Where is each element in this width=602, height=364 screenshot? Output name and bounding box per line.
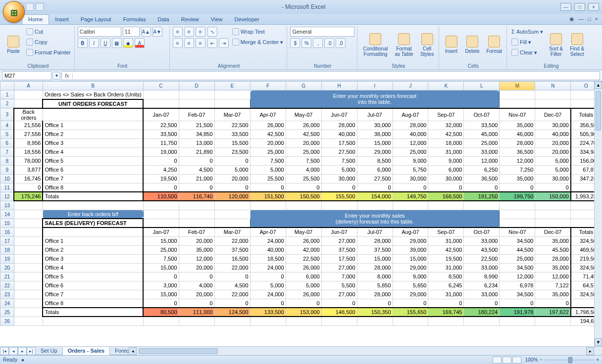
cell[interactable] bbox=[143, 210, 179, 219]
cell[interactable]: Jul-07 bbox=[357, 228, 393, 236]
cell[interactable]: 5,500 bbox=[321, 281, 357, 290]
cell[interactable]: 22,500 bbox=[214, 121, 250, 130]
cell[interactable]: 46,000 bbox=[500, 130, 535, 138]
row-header[interactable]: 24 bbox=[0, 299, 14, 308]
cell[interactable]: Office 8 bbox=[43, 183, 143, 192]
cell[interactable] bbox=[14, 91, 43, 99]
row-header[interactable]: 25 bbox=[0, 308, 14, 317]
cell[interactable]: 19,500 bbox=[428, 254, 464, 263]
cell[interactable]: 38,000 bbox=[357, 130, 393, 138]
cell[interactable]: Dec-07 bbox=[535, 108, 571, 121]
cell[interactable]: Feb-07 bbox=[179, 228, 214, 236]
qat-redo-icon[interactable] bbox=[26, 3, 34, 11]
cell[interactable] bbox=[179, 99, 214, 108]
row-header[interactable]: 21 bbox=[0, 272, 14, 281]
wrap-text-button[interactable]: Wrap Text bbox=[231, 27, 285, 37]
cell[interactable]: 18,500 bbox=[250, 254, 286, 263]
cell[interactable]: 28,000 bbox=[500, 138, 535, 147]
cell[interactable]: 6,245 bbox=[428, 281, 464, 290]
cell[interactable]: 17,500 bbox=[321, 254, 357, 263]
cell[interactable] bbox=[357, 317, 393, 325]
cell[interactable]: 8,000 bbox=[357, 272, 393, 281]
cell[interactable]: 0 bbox=[179, 156, 214, 165]
cell[interactable]: 0 bbox=[214, 183, 250, 192]
cell[interactable]: 8,500 bbox=[428, 272, 464, 281]
row-header[interactable]: 6 bbox=[0, 138, 14, 147]
cell[interactable]: 15,000 bbox=[357, 254, 393, 263]
cell[interactable]: 5,750 bbox=[393, 165, 428, 174]
cell[interactable]: 22,000 bbox=[214, 263, 250, 272]
cell[interactable]: 7,500 bbox=[143, 254, 179, 263]
cell[interactable]: 133,500 bbox=[250, 308, 286, 317]
cell[interactable] bbox=[43, 108, 143, 121]
cell[interactable]: 8,500 bbox=[357, 156, 393, 165]
cell[interactable]: Sep-07 bbox=[428, 108, 464, 121]
cell[interactable]: 0 bbox=[250, 272, 286, 281]
tab-data[interactable]: Data bbox=[151, 15, 175, 24]
cell[interactable]: 197,622 bbox=[535, 308, 571, 317]
grow-font-button[interactable]: A▲ bbox=[141, 27, 151, 37]
zoom-slider[interactable] bbox=[545, 359, 594, 361]
cell[interactable]: 0 bbox=[179, 183, 214, 192]
qat-dropdown-icon[interactable] bbox=[36, 3, 44, 11]
cell[interactable]: 31,000 bbox=[428, 263, 464, 272]
cell[interactable] bbox=[357, 201, 393, 210]
cell[interactable]: Backorders bbox=[14, 108, 43, 121]
cell[interactable]: 3,000 bbox=[143, 281, 179, 290]
name-box-dropdown[interactable]: ▾ bbox=[52, 72, 60, 80]
cell[interactable] bbox=[500, 99, 535, 108]
delete-cells-button[interactable]: Delete bbox=[463, 27, 482, 63]
align-top-button[interactable]: ≡ bbox=[173, 27, 183, 37]
cell[interactable]: 42,500 bbox=[286, 130, 321, 138]
cell[interactable]: 0 bbox=[321, 299, 357, 308]
cell[interactable] bbox=[214, 91, 250, 99]
cell[interactable]: 15,000 bbox=[357, 138, 393, 147]
cell[interactable]: 29,000 bbox=[357, 147, 393, 156]
cell[interactable]: 29,000 bbox=[393, 263, 428, 272]
cell[interactable]: 0 bbox=[357, 183, 393, 192]
cell[interactable] bbox=[14, 299, 43, 308]
name-box[interactable]: M27 bbox=[2, 71, 51, 80]
cell[interactable]: 26,000 bbox=[286, 263, 321, 272]
decrease-decimal-button[interactable]: .0 bbox=[336, 38, 346, 48]
tab-page-layout[interactable]: Page Layout bbox=[75, 15, 117, 24]
row-header[interactable]: 15 bbox=[0, 219, 14, 228]
cell[interactable]: Jan-07 bbox=[143, 108, 179, 121]
format-as-table-button[interactable]: Format as Table bbox=[392, 27, 415, 63]
cell-styles-button[interactable]: Cell Styles bbox=[418, 27, 437, 63]
copy-button[interactable]: Copy bbox=[25, 37, 72, 47]
cell[interactable]: 29,000 bbox=[393, 236, 428, 245]
row-header[interactable]: 18 bbox=[0, 245, 14, 254]
cell[interactable]: Totals bbox=[43, 308, 143, 317]
cell[interactable]: 43,500 bbox=[464, 245, 500, 254]
cell[interactable]: 155,650 bbox=[393, 308, 428, 317]
col-header[interactable]: L bbox=[464, 82, 500, 91]
cell[interactable]: 12,000 bbox=[535, 272, 571, 281]
cell[interactable]: 0 bbox=[286, 183, 321, 192]
underline-button[interactable]: U bbox=[100, 38, 110, 48]
tab-home[interactable]: Home bbox=[22, 14, 49, 24]
restore-button[interactable]: □ bbox=[574, 3, 585, 11]
cell[interactable]: 33,500 bbox=[464, 121, 500, 130]
cell[interactable]: 30,000 bbox=[428, 174, 464, 183]
row-header[interactable]: 3 bbox=[0, 108, 14, 121]
col-header[interactable]: B bbox=[43, 82, 143, 91]
cell[interactable]: Office 5 bbox=[43, 156, 143, 165]
tab-review[interactable]: Review bbox=[175, 15, 205, 24]
cell[interactable] bbox=[214, 201, 250, 210]
cell[interactable]: 6,250 bbox=[464, 165, 500, 174]
cell[interactable] bbox=[321, 317, 357, 325]
cell[interactable]: Feb-07 bbox=[179, 108, 214, 121]
cell[interactable]: Jul-07 bbox=[357, 108, 393, 121]
cell[interactable]: 28,000 bbox=[357, 290, 393, 299]
col-header[interactable]: N bbox=[535, 82, 571, 91]
cell[interactable]: 6,000 bbox=[428, 165, 464, 174]
cell[interactable]: 9,000 bbox=[393, 272, 428, 281]
cell[interactable]: Apr-07 bbox=[250, 108, 286, 121]
cell[interactable]: 28,000 bbox=[535, 254, 571, 263]
cell[interactable]: 35,000 bbox=[500, 121, 535, 130]
cell[interactable]: 22,500 bbox=[464, 254, 500, 263]
cell[interactable]: 44,500 bbox=[500, 245, 535, 254]
cell[interactable]: 0 bbox=[214, 299, 250, 308]
cell[interactable]: 150,000 bbox=[535, 192, 571, 201]
